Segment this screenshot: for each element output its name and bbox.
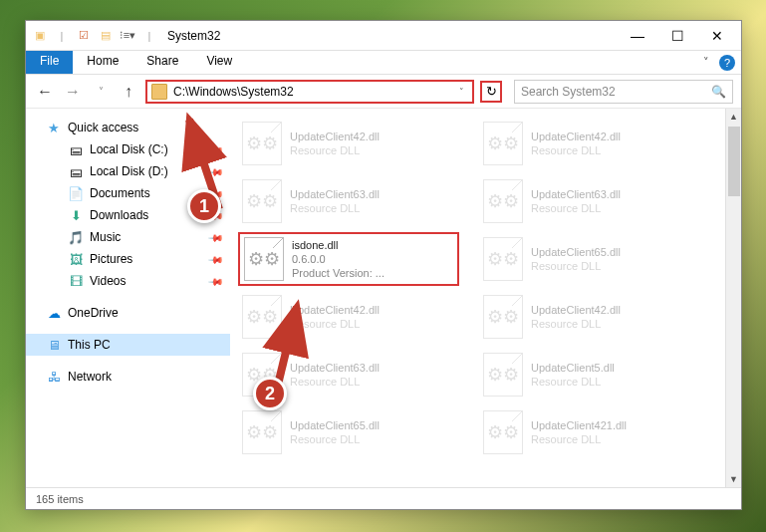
gear-icon: ⚙⚙ (487, 190, 519, 212)
sidebar-item-music[interactable]: 🎵Music📌 (26, 226, 230, 248)
disk-icon: 🖴 (68, 163, 84, 179)
minimize-button[interactable]: — (618, 22, 657, 50)
scroll-up-button[interactable]: ▲ (726, 109, 741, 125)
help-icon[interactable]: ? (719, 55, 735, 71)
address-bar[interactable]: C:\Windows\System32 ˅ (145, 80, 474, 104)
file-item[interactable]: ⚙⚙UpdateClient42.dllResource DLL (238, 290, 459, 344)
gear-icon: ⚙⚙ (246, 190, 278, 212)
sidebar-item-label: Local Disk (D:) (90, 164, 168, 178)
folder-icon (151, 84, 167, 100)
file-item[interactable]: ⚙⚙UpdateClient65.dllResource DLL (479, 232, 700, 286)
scrollbar[interactable]: ▲ ▼ (725, 109, 741, 487)
gear-icon: ⚙⚙ (487, 306, 519, 328)
file-name: UpdateClient63.dll (290, 361, 380, 375)
divider-icon: | (52, 26, 72, 46)
scroll-thumb[interactable] (728, 127, 740, 196)
sidebar-item-label: Downloads (90, 208, 148, 222)
file-list-pane: ⚙⚙UpdateClient42.dllResource DLL⚙⚙Update… (230, 109, 741, 487)
file-item[interactable]: ⚙⚙isdone.dll0.6.0.0Product Version: ... (238, 232, 459, 286)
recent-locations-button[interactable]: ˅ (90, 81, 112, 103)
file-list[interactable]: ⚙⚙UpdateClient42.dllResource DLL⚙⚙Update… (230, 109, 741, 467)
sidebar-this-pc[interactable]: 🖥This PC (26, 334, 230, 356)
refresh-button[interactable]: ↻ (480, 81, 502, 103)
file-tab[interactable]: File (26, 51, 73, 74)
network-icon: 🖧 (46, 369, 62, 385)
file-item[interactable]: ⚙⚙UpdateClient65.dllResource DLL (238, 405, 459, 459)
gear-icon: ⚙⚙ (487, 248, 519, 270)
maximize-button[interactable]: ☐ (657, 22, 697, 50)
file-info: UpdateClient42.dllResource DLL (290, 303, 380, 332)
file-item[interactable]: ⚙⚙UpdateClient42.dllResource DLL (479, 290, 700, 344)
file-item[interactable]: ⚙⚙UpdateClient5.dllResource DLL (479, 348, 700, 401)
divider-icon: | (139, 26, 159, 46)
tab-share[interactable]: Share (132, 51, 192, 74)
file-item[interactable]: ⚙⚙UpdateClient63.dllResource DLL (479, 174, 700, 228)
file-sub: Resource DLL (290, 201, 380, 215)
file-icon: ⚙⚙ (242, 122, 282, 165)
properties-icon[interactable]: ☑ (74, 26, 94, 46)
up-button[interactable]: ↑ (118, 81, 139, 103)
file-info: UpdateClient42.dllResource DLL (531, 303, 621, 332)
file-item[interactable]: ⚙⚙UpdateClient63.dllResource DLL (238, 174, 459, 228)
file-sub: Resource DLL (290, 143, 380, 157)
qa-dropdown-icon[interactable]: ⁝≡▾ (118, 26, 137, 46)
gear-icon: ⚙⚙ (246, 133, 278, 154)
sidebar-item-pictures[interactable]: 🖼Pictures📌 (26, 248, 230, 270)
file-icon: ⚙⚙ (483, 122, 523, 165)
sidebar-item-local-disk-d[interactable]: 🖴Local Disk (D:)📌 (26, 160, 230, 182)
sidebar-item-label: Pictures (90, 252, 132, 266)
file-item[interactable]: ⚙⚙UpdateClient421.dllResource DLL (479, 405, 700, 459)
sidebar-item-label: Local Disk (C:) (90, 142, 168, 156)
file-item[interactable]: ⚙⚙UpdateClient42.dllResource DLL (238, 117, 459, 170)
address-path[interactable]: C:\Windows\System32 (173, 85, 455, 99)
sidebar-item-videos[interactable]: 🎞Videos📌 (26, 270, 230, 292)
address-dropdown-icon[interactable]: ˅ (459, 87, 464, 97)
file-sub: Resource DLL (531, 143, 621, 157)
close-button[interactable]: ✕ (697, 22, 737, 50)
file-icon: ⚙⚙ (242, 295, 282, 339)
sidebar-network[interactable]: 🖧Network (26, 366, 230, 388)
forward-button[interactable]: → (62, 81, 84, 103)
video-icon: 🎞 (68, 273, 84, 289)
document-icon: 📄 (68, 185, 84, 201)
file-info: UpdateClient63.dllResource DLL (290, 361, 380, 390)
explorer-window: ▣ | ☑ ▤ ⁝≡▾ | System32 — ☐ ✕ File Home S… (25, 20, 742, 510)
tab-home[interactable]: Home (73, 51, 132, 74)
file-icon: ⚙⚙ (483, 237, 523, 281)
file-icon: ⚙⚙ (483, 295, 523, 339)
sidebar-item-label: Videos (90, 274, 126, 288)
gear-icon: ⚙⚙ (487, 133, 519, 154)
file-info: UpdateClient65.dllResource DLL (531, 245, 621, 274)
annotation-1: 1 (187, 189, 221, 223)
sidebar-item-label: Network (68, 370, 112, 384)
back-button[interactable]: ← (34, 81, 56, 103)
sidebar-item-label: This PC (68, 338, 111, 352)
file-name: UpdateClient65.dll (531, 245, 621, 259)
file-name: UpdateClient63.dll (290, 187, 380, 201)
file-item[interactable]: ⚙⚙UpdateClient42.dllResource DLL (479, 117, 700, 170)
file-sub: Resource DLL (531, 259, 621, 273)
file-info: UpdateClient42.dllResource DLL (290, 130, 380, 158)
file-sub2: Product Version: ... (292, 266, 384, 280)
search-input[interactable]: Search System32 🔍 (514, 80, 733, 104)
new-folder-icon[interactable]: ▤ (96, 26, 116, 46)
gear-icon: ⚙⚙ (487, 421, 519, 443)
gear-icon: ⚙⚙ (246, 421, 278, 443)
gear-icon: ⚙⚙ (248, 248, 280, 270)
gear-icon: ⚙⚙ (246, 306, 278, 328)
file-sub: Resource DLL (290, 375, 380, 389)
file-info: UpdateClient5.dllResource DLL (531, 361, 615, 390)
search-icon[interactable]: 🔍 (711, 85, 726, 99)
file-name: UpdateClient5.dll (531, 361, 615, 375)
sidebar-item-local-disk-c[interactable]: 🖴Local Disk (C:)📌 (26, 138, 230, 160)
file-icon: ⚙⚙ (244, 237, 284, 281)
sidebar-quick-access[interactable]: ★ Quick access (26, 117, 230, 138)
tab-view[interactable]: View (192, 51, 246, 74)
file-name: UpdateClient42.dll (290, 130, 380, 143)
cloud-icon: ☁ (46, 305, 62, 321)
file-name: UpdateClient42.dll (290, 303, 380, 317)
file-sub: Resource DLL (531, 201, 621, 215)
ribbon-expand-icon[interactable]: ˅ (703, 56, 709, 69)
sidebar-onedrive[interactable]: ☁OneDrive (26, 302, 230, 324)
scroll-down-button[interactable]: ▼ (726, 471, 741, 487)
